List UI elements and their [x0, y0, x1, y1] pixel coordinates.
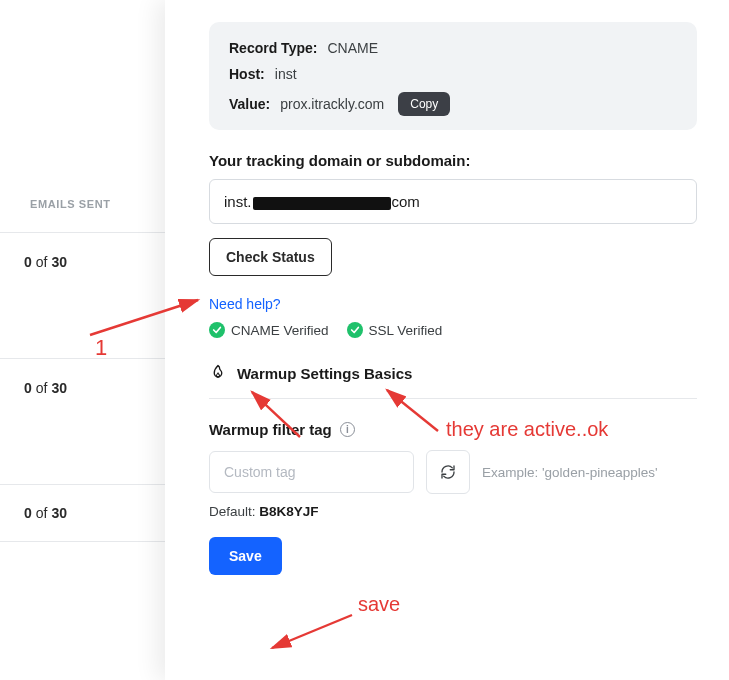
sent-limit: 30: [51, 254, 67, 270]
value-value: prox.itrackly.com: [280, 96, 384, 112]
emails-sent-sidebar: EMAILS SENT 0 of 30 0 of 30 0 of 30: [0, 0, 165, 680]
ssl-verified-label: SSL Verified: [369, 323, 443, 338]
record-type-value: CNAME: [327, 40, 378, 56]
emails-sent-row: 0 of 30: [0, 232, 165, 290]
of-label: of: [36, 380, 48, 396]
settings-panel: Record Type: CNAME Host: inst Value: pro…: [165, 0, 729, 680]
tracking-domain-input[interactable]: inst. com: [209, 179, 697, 224]
verification-status-row: CNAME Verified SSL Verified: [209, 322, 697, 338]
check-status-button[interactable]: Check Status: [209, 238, 332, 276]
sent-count: 0: [24, 254, 32, 270]
refresh-icon: [439, 463, 457, 481]
copy-button[interactable]: Copy: [398, 92, 450, 116]
flame-icon: [209, 364, 227, 382]
check-icon: [209, 322, 225, 338]
example-text: Example: 'golden-pineapples': [482, 465, 658, 480]
cname-verified-label: CNAME Verified: [231, 323, 329, 338]
warmup-settings-heading: Warmup Settings Basics: [209, 364, 697, 382]
domain-redacted: [253, 197, 391, 210]
of-label: of: [36, 505, 48, 521]
host-value: inst: [275, 66, 297, 82]
domain-prefix: inst.: [224, 193, 252, 210]
warmup-filter-tag-label-row: Warmup filter tag i: [209, 421, 697, 438]
divider: [209, 398, 697, 399]
emails-sent-row: 0 of 30: [0, 484, 165, 542]
sent-limit: 30: [51, 505, 67, 521]
sent-count: 0: [24, 380, 32, 396]
emails-sent-header: EMAILS SENT: [30, 198, 111, 210]
record-type-label: Record Type:: [229, 40, 317, 56]
sent-count: 0: [24, 505, 32, 521]
of-label: of: [36, 254, 48, 270]
default-prefix: Default:: [209, 504, 259, 519]
regenerate-tag-button[interactable]: [426, 450, 470, 494]
cname-verified-badge: CNAME Verified: [209, 322, 329, 338]
dns-record-card: Record Type: CNAME Host: inst Value: pro…: [209, 22, 697, 130]
info-icon[interactable]: i: [340, 422, 355, 437]
default-tag-line: Default: B8K8YJF: [209, 504, 697, 519]
ssl-verified-badge: SSL Verified: [347, 322, 443, 338]
host-label: Host:: [229, 66, 265, 82]
sent-limit: 30: [51, 380, 67, 396]
emails-sent-row: 0 of 30: [0, 358, 165, 416]
default-code: B8K8YJF: [259, 504, 318, 519]
need-help-link[interactable]: Need help?: [209, 296, 697, 312]
value-label: Value:: [229, 96, 270, 112]
custom-tag-input[interactable]: [209, 451, 414, 493]
save-button[interactable]: Save: [209, 537, 282, 575]
warmup-heading-text: Warmup Settings Basics: [237, 365, 412, 382]
tracking-domain-label: Your tracking domain or subdomain:: [209, 152, 697, 169]
check-icon: [347, 322, 363, 338]
warmup-filter-tag-label: Warmup filter tag: [209, 421, 332, 438]
domain-suffix: com: [392, 193, 420, 210]
